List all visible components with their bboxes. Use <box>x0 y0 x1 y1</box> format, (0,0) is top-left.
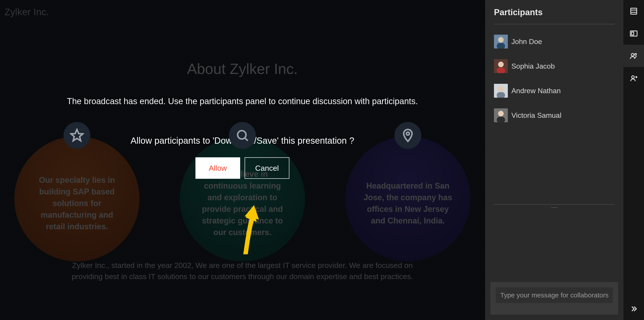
avatar <box>494 59 508 73</box>
participant-row[interactable]: John Doe <box>494 31 614 52</box>
svg-point-1 <box>238 131 246 139</box>
chat-input[interactable] <box>496 287 613 303</box>
svg-point-24 <box>634 53 636 55</box>
rail-collapse-button[interactable] <box>624 298 644 320</box>
participant-row[interactable]: Sophia Jacob <box>494 55 614 77</box>
svg-rect-18 <box>631 8 637 14</box>
participant-name: Andrew Nathan <box>512 87 561 95</box>
add-person-icon <box>629 74 638 83</box>
participants-list: John Doe Sophia Jacob Andrew Nathan Vict… <box>485 24 624 204</box>
participants-icon <box>629 51 638 60</box>
svg-rect-14 <box>497 92 505 98</box>
svg-line-2 <box>245 138 248 141</box>
chat-area <box>490 282 618 315</box>
star-icon <box>64 122 90 149</box>
participant-row[interactable]: Andrew Nathan <box>494 80 614 102</box>
modal-button-row: Allow Cancel <box>196 157 289 179</box>
svg-rect-22 <box>632 32 634 35</box>
search-icon <box>229 122 256 149</box>
svg-point-25 <box>632 76 634 78</box>
svg-rect-11 <box>497 67 505 73</box>
svg-rect-8 <box>497 43 505 48</box>
avatar <box>494 35 508 48</box>
participant-row[interactable]: Victoria Samual <box>494 104 614 126</box>
svg-point-7 <box>498 37 504 43</box>
avatar <box>494 108 508 122</box>
rail-invite-button[interactable] <box>624 67 644 89</box>
participant-name: Sophia Jacob <box>512 62 555 70</box>
svg-point-10 <box>498 62 504 67</box>
slides-panel-icon <box>629 29 638 38</box>
broadcast-ended-message: The broadcast has ended. Use the partici… <box>67 96 418 106</box>
participants-header: Participants <box>494 0 614 24</box>
svg-point-3 <box>406 132 409 135</box>
thumbnails-icon <box>629 7 638 16</box>
svg-marker-0 <box>71 129 83 141</box>
broadcast-ended-modal: The broadcast has ended. Use the partici… <box>0 0 485 320</box>
rail-participants-button[interactable] <box>624 45 644 67</box>
allow-button[interactable]: Allow <box>196 157 240 179</box>
right-icon-rail <box>624 0 644 320</box>
svg-rect-17 <box>497 117 505 122</box>
avatar <box>494 84 508 98</box>
participants-title: Participants <box>494 7 543 17</box>
presentation-area: Zylker Inc. About Zylker Inc. Our specia… <box>0 0 485 320</box>
svg-point-23 <box>631 53 634 56</box>
rail-thumbnails-button[interactable] <box>624 0 644 22</box>
svg-point-16 <box>498 111 504 116</box>
chevron-double-right-icon <box>629 304 638 313</box>
panel-divider <box>494 204 614 211</box>
participant-name: John Doe <box>512 37 542 46</box>
location-pin-icon <box>394 122 421 149</box>
participant-name: Victoria Samual <box>512 111 562 120</box>
cancel-button[interactable]: Cancel <box>245 157 289 179</box>
rail-slides-button[interactable] <box>624 22 644 45</box>
participants-panel: Participants John Doe Sophia Jacob Andre… <box>485 0 624 320</box>
svg-point-13 <box>498 86 504 92</box>
drag-handle-icon[interactable] <box>551 207 558 208</box>
